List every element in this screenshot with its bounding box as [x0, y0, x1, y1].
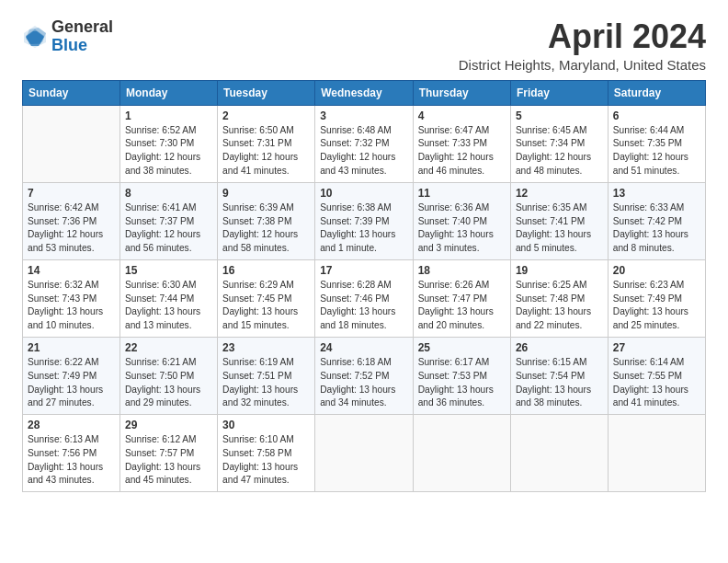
calendar-cell: 30Sunrise: 6:10 AMSunset: 7:58 PMDayligh…: [218, 415, 315, 492]
day-info: Sunrise: 6:32 AMSunset: 7:43 PMDaylight:…: [28, 279, 115, 333]
day-number: 9: [222, 187, 310, 200]
calendar-week-row: 28Sunrise: 6:13 AMSunset: 7:56 PMDayligh…: [23, 415, 706, 492]
day-header-thursday: Thursday: [413, 80, 510, 105]
calendar-cell: 6Sunrise: 6:44 AMSunset: 7:35 PMDaylight…: [608, 105, 705, 182]
day-number: 3: [320, 109, 407, 122]
day-number: 30: [222, 419, 310, 431]
calendar-week-row: 7Sunrise: 6:42 AMSunset: 7:36 PMDaylight…: [23, 182, 706, 259]
day-info: Sunrise: 6:25 AMSunset: 7:48 PMDaylight:…: [516, 279, 603, 333]
day-header-saturday: Saturday: [608, 80, 705, 105]
calendar-cell: [23, 105, 120, 182]
day-number: 14: [28, 264, 115, 277]
day-info: Sunrise: 6:50 AMSunset: 7:31 PMDaylight:…: [222, 124, 310, 178]
day-info: Sunrise: 6:38 AMSunset: 7:39 PMDaylight:…: [320, 201, 407, 256]
calendar-cell: 11Sunrise: 6:36 AMSunset: 7:40 PMDayligh…: [413, 182, 510, 259]
logo-blue-text: Blue: [51, 36, 87, 54]
day-info: Sunrise: 6:28 AMSunset: 7:46 PMDaylight:…: [320, 279, 407, 333]
calendar-header-row: SundayMondayTuesdayWednesdayThursdayFrid…: [23, 80, 706, 105]
logo: General Blue: [22, 18, 113, 55]
calendar-cell: [413, 415, 510, 492]
day-number: 18: [418, 264, 506, 277]
calendar-cell: 3Sunrise: 6:48 AMSunset: 7:32 PMDaylight…: [315, 105, 413, 182]
day-info: Sunrise: 6:29 AMSunset: 7:45 PMDaylight:…: [222, 279, 310, 333]
day-info: Sunrise: 6:48 AMSunset: 7:32 PMDaylight:…: [320, 124, 407, 178]
day-info: Sunrise: 6:45 AMSunset: 7:34 PMDaylight:…: [516, 124, 603, 178]
day-info: Sunrise: 6:23 AMSunset: 7:49 PMDaylight:…: [613, 279, 700, 333]
day-number: 8: [125, 187, 212, 200]
calendar-cell: 2Sunrise: 6:50 AMSunset: 7:31 PMDaylight…: [218, 105, 315, 182]
day-number: 23: [222, 341, 310, 354]
day-number: 20: [613, 264, 700, 277]
calendar-cell: 12Sunrise: 6:35 AMSunset: 7:41 PMDayligh…: [510, 182, 608, 259]
day-info: Sunrise: 6:52 AMSunset: 7:30 PMDaylight:…: [125, 124, 212, 178]
day-number: 16: [222, 264, 310, 277]
title-block: April 2024 District Heights, Maryland, U…: [459, 18, 706, 73]
calendar-cell: [608, 415, 705, 492]
calendar-cell: 26Sunrise: 6:15 AMSunset: 7:54 PMDayligh…: [510, 337, 608, 414]
calendar-cell: 18Sunrise: 6:26 AMSunset: 7:47 PMDayligh…: [413, 259, 510, 337]
day-header-friday: Friday: [510, 80, 608, 105]
day-number: 29: [125, 419, 212, 431]
day-info: Sunrise: 6:26 AMSunset: 7:47 PMDaylight:…: [418, 279, 506, 333]
day-info: Sunrise: 6:33 AMSunset: 7:42 PMDaylight:…: [613, 201, 700, 256]
calendar-cell: 25Sunrise: 6:17 AMSunset: 7:53 PMDayligh…: [413, 337, 510, 414]
calendar-cell: 29Sunrise: 6:12 AMSunset: 7:57 PMDayligh…: [120, 415, 218, 492]
day-header-wednesday: Wednesday: [315, 80, 413, 105]
day-number: 21: [28, 341, 115, 354]
calendar-week-row: 1Sunrise: 6:52 AMSunset: 7:30 PMDaylight…: [23, 105, 706, 182]
day-number: 17: [320, 264, 407, 277]
day-number: 13: [613, 187, 700, 200]
calendar-cell: 20Sunrise: 6:23 AMSunset: 7:49 PMDayligh…: [608, 259, 705, 337]
calendar-cell: 4Sunrise: 6:47 AMSunset: 7:33 PMDaylight…: [413, 105, 510, 182]
day-info: Sunrise: 6:42 AMSunset: 7:36 PMDaylight:…: [28, 201, 115, 256]
day-info: Sunrise: 6:41 AMSunset: 7:37 PMDaylight:…: [125, 201, 212, 256]
day-number: 19: [516, 264, 603, 277]
calendar-cell: 17Sunrise: 6:28 AMSunset: 7:46 PMDayligh…: [315, 259, 413, 337]
day-info: Sunrise: 6:15 AMSunset: 7:54 PMDaylight:…: [516, 356, 603, 410]
day-header-monday: Monday: [120, 80, 218, 105]
calendar-cell: [315, 415, 413, 492]
day-info: Sunrise: 6:22 AMSunset: 7:49 PMDaylight:…: [28, 356, 115, 410]
calendar-cell: 15Sunrise: 6:30 AMSunset: 7:44 PMDayligh…: [120, 259, 218, 337]
day-info: Sunrise: 6:39 AMSunset: 7:38 PMDaylight:…: [222, 201, 310, 256]
day-info: Sunrise: 6:44 AMSunset: 7:35 PMDaylight:…: [613, 124, 700, 178]
calendar-cell: 28Sunrise: 6:13 AMSunset: 7:56 PMDayligh…: [23, 415, 120, 492]
calendar-cell: [510, 415, 608, 492]
calendar-cell: 21Sunrise: 6:22 AMSunset: 7:49 PMDayligh…: [23, 337, 120, 414]
month-title: April 2024: [459, 18, 706, 55]
day-info: Sunrise: 6:47 AMSunset: 7:33 PMDaylight:…: [418, 124, 506, 178]
day-number: 22: [125, 341, 212, 354]
calendar-cell: 8Sunrise: 6:41 AMSunset: 7:37 PMDaylight…: [120, 182, 218, 259]
calendar-cell: 7Sunrise: 6:42 AMSunset: 7:36 PMDaylight…: [23, 182, 120, 259]
calendar-cell: 14Sunrise: 6:32 AMSunset: 7:43 PMDayligh…: [23, 259, 120, 337]
day-number: 4: [418, 109, 506, 122]
day-info: Sunrise: 6:13 AMSunset: 7:56 PMDaylight:…: [28, 433, 115, 488]
day-info: Sunrise: 6:19 AMSunset: 7:51 PMDaylight:…: [222, 356, 310, 410]
calendar-cell: 27Sunrise: 6:14 AMSunset: 7:55 PMDayligh…: [608, 337, 705, 414]
day-number: 27: [613, 341, 700, 354]
day-header-sunday: Sunday: [23, 80, 120, 105]
day-number: 28: [28, 419, 115, 431]
day-header-tuesday: Tuesday: [218, 80, 315, 105]
calendar-cell: 5Sunrise: 6:45 AMSunset: 7:34 PMDaylight…: [510, 105, 608, 182]
day-number: 6: [613, 109, 700, 122]
day-info: Sunrise: 6:10 AMSunset: 7:58 PMDaylight:…: [222, 433, 310, 488]
day-info: Sunrise: 6:17 AMSunset: 7:53 PMDaylight:…: [418, 356, 506, 410]
page-header: General Blue April 2024 District Heights…: [22, 18, 706, 73]
calendar-table: SundayMondayTuesdayWednesdayThursdayFrid…: [22, 80, 706, 493]
day-info: Sunrise: 6:21 AMSunset: 7:50 PMDaylight:…: [125, 356, 212, 410]
calendar-header: SundayMondayTuesdayWednesdayThursdayFrid…: [23, 80, 706, 105]
day-number: 11: [418, 187, 506, 200]
day-number: 25: [418, 341, 506, 354]
logo-icon: [22, 24, 48, 50]
calendar-cell: 1Sunrise: 6:52 AMSunset: 7:30 PMDaylight…: [120, 105, 218, 182]
calendar-cell: 22Sunrise: 6:21 AMSunset: 7:50 PMDayligh…: [120, 337, 218, 414]
day-info: Sunrise: 6:36 AMSunset: 7:40 PMDaylight:…: [418, 201, 506, 256]
location-title: District Heights, Maryland, United State…: [459, 57, 706, 73]
day-info: Sunrise: 6:12 AMSunset: 7:57 PMDaylight:…: [125, 433, 212, 488]
day-number: 24: [320, 341, 407, 354]
calendar-body: 1Sunrise: 6:52 AMSunset: 7:30 PMDaylight…: [23, 105, 706, 492]
day-info: Sunrise: 6:18 AMSunset: 7:52 PMDaylight:…: [320, 356, 407, 410]
calendar-week-row: 14Sunrise: 6:32 AMSunset: 7:43 PMDayligh…: [23, 259, 706, 337]
logo-general-text: General: [51, 17, 113, 36]
